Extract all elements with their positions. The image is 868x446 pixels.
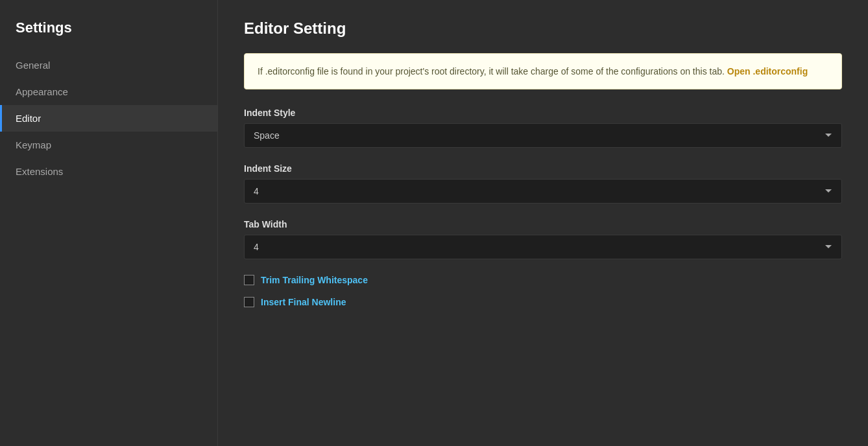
sidebar-item-appearance-label: Appearance <box>16 86 68 97</box>
indent-style-select[interactable]: Space Tab <box>244 123 842 148</box>
sidebar-item-extensions-label: Extensions <box>16 166 63 177</box>
sidebar-item-editor[interactable]: Editor <box>0 105 217 132</box>
sidebar-item-general-label: General <box>16 60 50 71</box>
app-title: Settings <box>0 13 217 52</box>
insert-final-newline-label: Insert Final Newline <box>261 297 346 307</box>
indent-style-label: Indent Style <box>244 108 842 118</box>
tab-width-select[interactable]: 2 4 8 <box>244 235 842 259</box>
indent-style-section: Indent Style Space Tab <box>244 108 842 148</box>
trim-trailing-whitespace-row[interactable]: Trim Trailing Whitespace <box>244 275 842 285</box>
indent-size-section: Indent Size 2 4 8 <box>244 163 842 204</box>
sidebar-item-appearance[interactable]: Appearance <box>0 78 217 105</box>
page-title: Editor Setting <box>244 19 842 38</box>
main-content: Editor Setting If .editorconfig file is … <box>218 0 868 446</box>
open-editorconfig-link[interactable]: Open .editorconfig <box>727 66 808 76</box>
sidebar-item-keymap[interactable]: Keymap <box>0 132 217 158</box>
info-banner-text: If .editorconfig file is found in your p… <box>258 66 725 76</box>
trim-trailing-whitespace-label: Trim Trailing Whitespace <box>261 275 368 285</box>
tab-width-label: Tab Width <box>244 219 842 229</box>
tab-width-section: Tab Width 2 4 8 <box>244 219 842 259</box>
sidebar-item-extensions[interactable]: Extensions <box>0 158 217 185</box>
sidebar-item-general[interactable]: General <box>0 52 217 78</box>
sidebar-item-keymap-label: Keymap <box>16 139 51 150</box>
insert-final-newline-row[interactable]: Insert Final Newline <box>244 297 842 307</box>
info-banner: If .editorconfig file is found in your p… <box>244 53 842 89</box>
insert-final-newline-checkbox[interactable] <box>244 297 254 307</box>
sidebar-item-editor-label: Editor <box>16 113 41 124</box>
indent-size-select[interactable]: 2 4 8 <box>244 179 842 204</box>
trim-trailing-whitespace-checkbox[interactable] <box>244 275 254 285</box>
sidebar: Settings General Appearance Editor Keyma… <box>0 0 218 446</box>
indent-size-label: Indent Size <box>244 163 842 174</box>
